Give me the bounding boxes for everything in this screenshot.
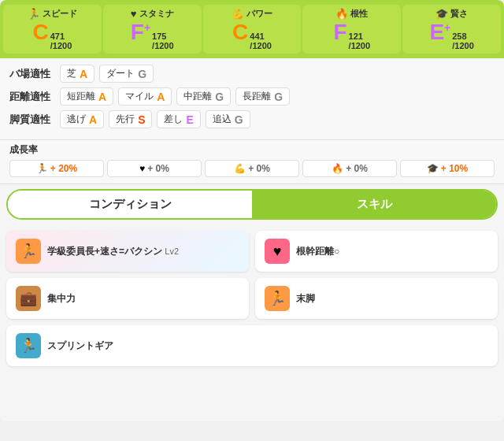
stat-current-guts: 121 <box>349 32 363 41</box>
stat-current-speed: 471 <box>50 32 65 41</box>
stat-numbers-speed: 471 /1200 <box>50 32 72 50</box>
aptitude-style-逃げ: 逃げA <box>60 110 104 128</box>
tab-condition[interactable]: コンディション <box>8 191 252 218</box>
stat-label-wisdom: 🎓 賢さ <box>435 8 468 20</box>
stat-grade-wisdom: E+ <box>429 21 450 43</box>
stat-max-guts: /1200 <box>349 41 371 50</box>
stat-block-power: 💪 パワー C 441 /1200 <box>203 5 302 54</box>
skill-icon-skill5: 🏃 <box>16 333 41 358</box>
growth-row: 🏃+ 20%♥+ 0%💪+ 0%🔥+ 0%🎓+ 10% <box>9 160 495 177</box>
distance-aptitude-row: 距離適性 短距離AマイルA中距離G長距離G <box>9 87 495 106</box>
stat-max-power: /1200 <box>250 41 272 50</box>
aptitude-ground-芝: 芝A <box>60 65 94 83</box>
stat-max-stamina: /1200 <box>152 41 174 50</box>
stat-icon-speed: 🏃 <box>28 8 40 20</box>
aptitude-distance-長距離: 長距離G <box>235 87 290 106</box>
skills-section: 🏃 学級委員長+速さ=バクシン Lv2 ♥ 根幹距離○ 💼 集中力 🏃 末脚 🏃… <box>0 224 504 421</box>
skill-text-skill3: 集中力 <box>47 292 239 306</box>
stat-value-row-wisdom: E+ 258 /1200 <box>429 21 473 50</box>
stat-max-speed: /1200 <box>50 41 72 50</box>
stat-label-power: 💪 パワー <box>232 8 272 20</box>
stat-grade-guts: F <box>333 21 346 43</box>
stat-grade-power: C <box>232 21 248 43</box>
skill-item-skill1: 🏃 学級委員長+速さ=バクシン Lv2 <box>6 231 249 272</box>
growth-section: 成長率 🏃+ 20%♥+ 0%💪+ 0%🔥+ 0%🎓+ 10% <box>0 140 504 184</box>
aptitude-style-先行: 先行S <box>109 110 152 128</box>
distance-label: 距離適性 <box>9 90 55 104</box>
stat-value-row-power: C 441 /1200 <box>232 21 272 50</box>
skill-item-skill2: ♥ 根幹距離○ <box>255 231 498 272</box>
stat-grade-speed: C <box>33 21 49 43</box>
aptitude-ground-ダート: ダートG <box>99 65 154 83</box>
stat-name-speed: スピード <box>43 8 77 20</box>
growth-item-3: 🔥+ 0% <box>302 160 397 177</box>
skill-text-skill1: 学級委員長+速さ=バクシン Lv2 <box>47 245 239 258</box>
aptitude-distance-マイル: マイルA <box>118 87 172 106</box>
growth-item-2: 💪+ 0% <box>205 160 299 177</box>
stat-name-guts: 根性 <box>350 8 368 20</box>
stat-label-speed: 🏃 スピード <box>28 8 77 20</box>
stat-block-guts: 🔥 根性 F 121 /1200 <box>302 5 401 54</box>
stat-numbers-power: 441 /1200 <box>250 32 272 50</box>
stat-current-power: 441 <box>250 32 264 41</box>
aptitude-distance-短距離: 短距離A <box>60 87 113 106</box>
stat-numbers-wisdom: 258 /1200 <box>452 32 474 50</box>
aptitude-section: バ場適性 芝AダートG 距離適性 短距離AマイルA中距離G長距離G 脚質適性 逃… <box>0 58 504 140</box>
skill-item-skill4: 🏃 末脚 <box>255 278 498 319</box>
skill-icon-skill2: ♥ <box>265 239 290 264</box>
skill-text-skill4: 末脚 <box>296 292 488 306</box>
style-aptitude-row: 脚質適性 逃げA先行S差しE追込G <box>9 110 495 128</box>
stat-block-stamina: ♥ スタミナ F+ 175 /1200 <box>103 5 202 54</box>
ground-aptitude-row: バ場適性 芝AダートG <box>9 65 495 83</box>
stat-label-guts: 🔥 根性 <box>335 8 368 20</box>
stat-name-stamina: スタミナ <box>139 8 174 20</box>
stat-name-wisdom: 賢さ <box>450 8 468 20</box>
growth-item-4: 🎓+ 10% <box>400 160 495 177</box>
stat-current-stamina: 175 <box>152 32 166 41</box>
main-container: 🏃 スピード C 471 /1200 ♥ スタミナ F+ 175 /1200 <box>0 0 504 421</box>
stat-current-wisdom: 258 <box>452 32 466 41</box>
stat-max-wisdom: /1200 <box>452 41 474 50</box>
stat-name-power: パワー <box>246 8 272 20</box>
stat-icon-power: 💪 <box>232 8 244 20</box>
stat-block-speed: 🏃 スピード C 471 /1200 <box>3 5 102 54</box>
growth-label: 成長率 <box>9 143 495 157</box>
growth-item-1: ♥+ 0% <box>107 160 202 177</box>
style-label: 脚質適性 <box>9 113 55 127</box>
stat-numbers-guts: 121 /1200 <box>349 32 371 50</box>
stats-header: 🏃 スピード C 471 /1200 ♥ スタミナ F+ 175 /1200 <box>0 0 504 58</box>
aptitude-distance-中距離: 中距離G <box>176 87 231 106</box>
stat-grade-stamina: F+ <box>131 21 150 43</box>
tab-section: コンディションスキル <box>6 189 498 220</box>
stat-icon-stamina: ♥ <box>131 8 137 20</box>
skill-text-skill5: スプリントギア <box>47 339 488 353</box>
growth-item-0: 🏃+ 20% <box>9 160 104 177</box>
skill-item-skill5: 🏃 スプリントギア <box>6 325 498 366</box>
stat-icon-wisdom: 🎓 <box>435 8 448 20</box>
stat-block-wisdom: 🎓 賢さ E+ 258 /1200 <box>402 5 501 54</box>
tab-skill[interactable]: スキル <box>252 191 496 218</box>
skill-item-skill3: 💼 集中力 <box>6 278 249 319</box>
aptitude-style-追込: 追込G <box>206 110 250 128</box>
skill-icon-skill4: 🏃 <box>265 286 290 311</box>
stat-numbers-stamina: 175 /1200 <box>152 32 174 50</box>
skill-icon-skill1: 🏃 <box>16 239 41 264</box>
skill-text-skill2: 根幹距離○ <box>296 245 488 258</box>
stat-icon-guts: 🔥 <box>335 8 348 20</box>
skill-icon-skill3: 💼 <box>16 286 41 311</box>
stat-value-row-guts: F 121 /1200 <box>333 21 370 50</box>
stat-label-stamina: ♥ スタミナ <box>131 8 174 20</box>
skills-grid: 🏃 学級委員長+速さ=バクシン Lv2 ♥ 根幹距離○ 💼 集中力 🏃 末脚 🏃… <box>6 231 498 366</box>
ground-label: バ場適性 <box>9 67 55 81</box>
stat-value-row-stamina: F+ 175 /1200 <box>131 21 174 50</box>
aptitude-style-差し: 差しE <box>157 110 200 128</box>
stat-value-row-speed: C 471 /1200 <box>33 21 72 50</box>
